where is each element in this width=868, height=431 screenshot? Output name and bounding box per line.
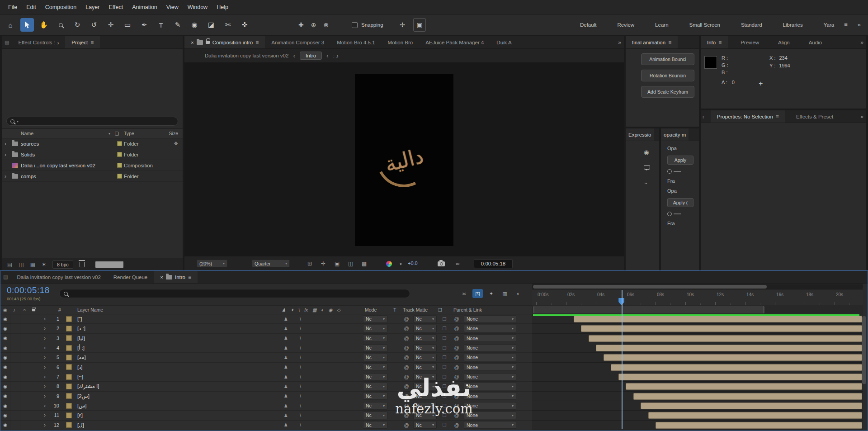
switch-column-icon[interactable]: ▦ xyxy=(312,308,316,313)
mode-select[interactable]: Nc▾ xyxy=(363,373,387,381)
add-scale-keyframe-button[interactable]: Add Scale Keyfram xyxy=(641,86,694,98)
zoom-tool-icon[interactable] xyxy=(54,18,67,32)
panel-menu-icon[interactable]: ≡ xyxy=(668,39,671,46)
timeline-horizontal-scrollbar[interactable] xyxy=(532,284,863,289)
layer-color-chip[interactable] xyxy=(66,403,72,409)
exposure-value[interactable]: +0.0 xyxy=(408,260,418,266)
layer-duration-bar[interactable] xyxy=(596,345,862,351)
layer-audio-toggle[interactable] xyxy=(10,401,20,410)
parent-select[interactable]: None▾ xyxy=(464,325,516,332)
mode-select[interactable]: Nc▾ xyxy=(363,363,387,371)
layer-duration-bar[interactable] xyxy=(626,383,862,390)
timeline-search-input[interactable] xyxy=(71,291,406,296)
layer-quality-toggle[interactable]: \ xyxy=(300,413,301,418)
layer-lock-toggle[interactable] xyxy=(30,411,40,420)
layer-expander-icon[interactable]: › xyxy=(40,334,49,343)
parent-select[interactable]: None▾ xyxy=(464,383,516,390)
toggle-t-cell[interactable] xyxy=(389,372,401,381)
parent-select[interactable]: None▾ xyxy=(464,373,516,381)
layer-solo-toggle[interactable] xyxy=(20,324,30,333)
t-column-header[interactable]: T xyxy=(393,306,396,314)
layer-color-chip[interactable] xyxy=(66,374,72,380)
track-matte-pickwhip-icon[interactable]: @ xyxy=(401,382,412,391)
parent-pickwhip-icon[interactable]: @ xyxy=(451,411,462,420)
sort-caret-icon[interactable]: ▾ xyxy=(108,132,110,136)
layer-track-row[interactable] xyxy=(532,372,863,382)
hand-tool-icon[interactable]: ✋ xyxy=(37,18,51,32)
workspace-default[interactable]: Default xyxy=(580,22,596,28)
layer-duration-bar[interactable] xyxy=(641,403,862,409)
layer-visibility-toggle[interactable]: ◉ xyxy=(0,392,10,401)
layer-visibility-toggle[interactable]: ◉ xyxy=(0,353,10,362)
menu-layer[interactable]: Layer xyxy=(81,4,104,10)
layer-solo-toggle[interactable] xyxy=(20,363,30,372)
workspace-small-screen[interactable]: Small Screen xyxy=(689,22,720,28)
layer-shy-toggle[interactable]: ♟ xyxy=(284,422,288,427)
layer-audio-toggle[interactable] xyxy=(10,382,20,391)
track-matte-select[interactable]: Nc▾ xyxy=(413,344,437,352)
tool-option-icon-3[interactable]: ⊗ xyxy=(323,21,329,28)
clone-stamp-tool-icon[interactable]: ◉ xyxy=(188,18,201,32)
panel-menu-icon[interactable]: ≡ xyxy=(255,39,259,46)
preview-timecode[interactable]: 0:00:05:18 xyxy=(474,259,513,268)
expression-comment-icon[interactable] xyxy=(644,163,659,172)
parent-select[interactable]: None▾ xyxy=(464,412,516,419)
layer-lock-toggle[interactable] xyxy=(30,353,40,362)
home-icon[interactable]: ⌂ xyxy=(4,18,17,32)
layer-name[interactable]: [~] xyxy=(75,372,280,381)
layer-visibility-toggle[interactable]: ◉ xyxy=(0,343,10,352)
tab-effects-presets[interactable]: Effects & Preset xyxy=(790,110,840,123)
track-matte-pickwhip-icon[interactable]: @ xyxy=(401,334,412,343)
panel-menu-icon[interactable]: ≡ xyxy=(90,39,94,46)
layer-expander-icon[interactable]: › xyxy=(40,372,49,381)
mode-select[interactable]: Nc▾ xyxy=(363,402,387,410)
track-matte-select[interactable]: Nc▾ xyxy=(413,421,437,429)
composition-mini-flowchart-icon[interactable]: ≍ xyxy=(459,289,469,298)
parent-pickwhip-icon[interactable]: @ xyxy=(451,343,462,352)
close-tab-icon[interactable]: × xyxy=(191,40,194,45)
switches-modes-toggle-icon[interactable]: ❐ xyxy=(438,306,442,314)
draft-3d-icon[interactable]: ◳ xyxy=(472,289,483,298)
layer-shy-toggle[interactable]: ♟ xyxy=(284,336,288,341)
tab-duik[interactable]: Duik A xyxy=(490,36,518,48)
panel-menu-icon[interactable]: ≡ xyxy=(718,39,722,46)
track-matte-select[interactable]: Nc▾ xyxy=(413,363,437,371)
parent-link-column-header[interactable]: Parent & Link xyxy=(453,306,482,314)
layer-row[interactable]: ◉›10[س]♟\Nc▾@Nc▾❐@None▾ xyxy=(0,401,532,411)
mode-select[interactable]: Nc▾ xyxy=(363,383,387,390)
toggle-t-cell[interactable] xyxy=(389,314,401,323)
layer-row[interactable]: ◉›11[ء]♟\Nc▾@Nc▾❐@None▾ xyxy=(0,411,532,420)
layer-lock-toggle[interactable] xyxy=(30,343,40,352)
layer-shy-toggle[interactable]: ♟ xyxy=(284,393,288,398)
layer-lock-toggle[interactable] xyxy=(30,363,40,372)
track-matte-pickwhip-icon[interactable]: @ xyxy=(401,411,412,420)
tab-overflow-icon[interactable]: » xyxy=(860,36,863,48)
project-row-sources[interactable]: › sources Folder ❖ xyxy=(2,138,183,149)
tab-composition-intro[interactable]: × Composition intro ≡ xyxy=(184,36,265,48)
workspace-libraries[interactable]: Libraries xyxy=(783,22,803,28)
layer-track-row[interactable] xyxy=(532,382,863,391)
tab-overflow-icon[interactable]: » xyxy=(860,110,863,123)
project-settings-icon[interactable]: ✶ xyxy=(42,261,46,268)
toggle-t-cell[interactable] xyxy=(389,363,401,372)
parent-select[interactable]: None▾ xyxy=(464,344,516,352)
switch-column-icon[interactable]: ◉ xyxy=(328,308,332,313)
tab-motion-bro[interactable]: Motion Bro xyxy=(382,36,420,48)
parent-select[interactable]: None▾ xyxy=(464,421,516,429)
apply-button[interactable]: Apply xyxy=(667,156,693,165)
work-area-range[interactable] xyxy=(533,306,764,313)
track-matte-select[interactable]: Nc▾ xyxy=(413,373,437,381)
opacity-toggle[interactable] xyxy=(667,169,699,174)
layer-expander-icon[interactable]: › xyxy=(40,421,49,430)
layer-color-chip[interactable] xyxy=(66,335,72,341)
composition-viewport[interactable]: دالية xyxy=(184,62,624,256)
layer-solo-toggle[interactable] xyxy=(20,382,30,391)
track-matte-pickwhip-icon[interactable]: @ xyxy=(401,421,412,430)
apply-button[interactable]: Apply ( xyxy=(667,198,693,207)
layer-visibility-toggle[interactable]: ◉ xyxy=(0,372,10,381)
toggle-t-cell[interactable] xyxy=(389,411,401,420)
layer-audio-toggle[interactable] xyxy=(10,372,20,381)
layer-shy-toggle[interactable]: ♟ xyxy=(284,384,288,389)
bit-depth-button[interactable]: 8 bpc xyxy=(52,260,73,269)
label-color-chip[interactable] xyxy=(117,141,122,146)
